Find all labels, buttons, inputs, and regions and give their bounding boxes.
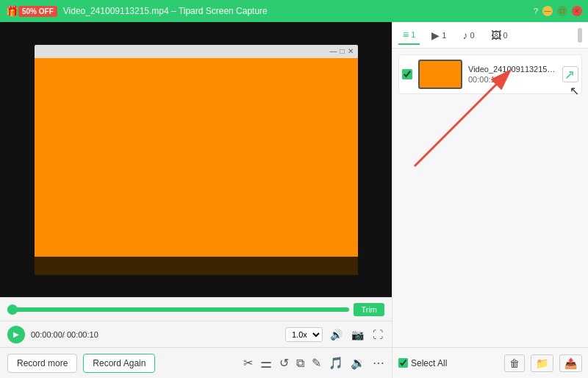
media-checkbox[interactable] — [402, 69, 412, 79]
snapshot-button[interactable]: 📷 — [350, 327, 365, 342]
close-button[interactable]: ✕ — [572, 6, 582, 16]
trim-bar: Trim — [0, 297, 392, 321]
select-all-checkbox[interactable] — [398, 358, 408, 368]
bottom-tools: ✂ ⚌ ↺ ⧉ ✎ 🎵 🔉 ⋯ — [243, 355, 384, 371]
media-list: Video_241009113215.mp4 00:00:10 — [392, 49, 588, 347]
scrollbar[interactable] — [578, 28, 582, 43]
equalizer-icon[interactable]: ⚌ — [260, 355, 272, 371]
main-container: — □ ✕ Trim ▶ — [0, 22, 588, 378]
tab-play-icon: ▶ — [431, 29, 440, 41]
speed-select[interactable]: 1.0x — [285, 327, 323, 342]
right-bottom-bar: Select All 🗑 📁 📤 — [392, 347, 588, 378]
copy-icon[interactable]: ⧉ — [296, 357, 304, 370]
title-bar: 🎁 50% OFF Video_241009113215.mp4 – Tipar… — [0, 0, 588, 22]
rotate-icon[interactable]: ↺ — [279, 356, 289, 370]
promo-badge[interactable]: 50% OFF — [18, 6, 57, 17]
tab-audio-count: 0 — [470, 31, 474, 40]
media-info: Video_241009113215.mp4 00:00:10 — [468, 65, 556, 84]
controls-area: Trim ▶ 00:00:00/ 00:00:10 1.0x 🔊 📷 ⛶ Rec… — [0, 297, 392, 378]
tab-audio[interactable]: ♪ 0 — [458, 26, 478, 44]
export-icon — [565, 69, 576, 79]
tab-image[interactable]: 🖼 0 — [487, 26, 512, 44]
tab-image-count: 0 — [503, 31, 508, 40]
action-bar: Record more Record Again ✂ ⚌ ↺ ⧉ ✎ 🎵 🔉 ⋯ — [0, 347, 392, 378]
media-thumbnail — [418, 60, 462, 89]
title-bar-text: Video_241009113215.mp4 – Tipard Screen C… — [63, 6, 534, 16]
media-item: Video_241009113215.mp4 00:00:10 — [398, 54, 582, 94]
video-bottom-bar — [35, 257, 358, 275]
minimize-button[interactable]: — — [542, 6, 553, 16]
tab-video-icon: ≡ — [403, 29, 409, 40]
right-panel: ≡ 1 ▶ 1 ♪ 0 🖼 0 Vide — [392, 22, 588, 378]
left-panel: — □ ✕ Trim ▶ — [0, 22, 392, 378]
trim-handle-left[interactable] — [7, 304, 18, 315]
select-all-label[interactable]: Select All — [398, 358, 447, 368]
tab-bar: ≡ 1 ▶ 1 ♪ 0 🖼 0 — [392, 22, 588, 49]
trim-button[interactable]: Trim — [354, 303, 384, 316]
trim-fill — [7, 307, 349, 312]
trim-slider[interactable] — [7, 307, 349, 312]
playback-controls: ▶ 00:00:00/ 00:00:10 1.0x 🔊 📷 ⛶ — [0, 321, 392, 347]
gift-icon: 🎁 — [6, 5, 18, 17]
scissors-icon[interactable]: ✂ — [243, 356, 253, 370]
video-area: — □ ✕ — [0, 22, 392, 297]
volume-button[interactable]: 🔊 — [329, 327, 344, 342]
tab-image-icon: 🖼 — [491, 29, 501, 41]
edit-icon[interactable]: ✎ — [312, 356, 321, 370]
tab-play-count: 1 — [442, 31, 446, 40]
tab-play[interactable]: ▶ 1 — [427, 26, 451, 44]
folder-button[interactable]: 📁 — [531, 354, 553, 372]
time-display: 00:00:00/ 00:00:10 — [31, 330, 98, 339]
export-all-button[interactable]: 📤 — [559, 354, 582, 372]
video-frame — [35, 58, 358, 257]
fullscreen-button[interactable]: ⛶ — [371, 327, 384, 342]
maximize-button[interactable]: □ — [557, 6, 567, 16]
select-all-text: Select All — [411, 358, 447, 368]
play-button[interactable]: ▶ — [7, 326, 25, 343]
question-icon[interactable]: ? — [534, 7, 538, 15]
tab-audio-icon: ♪ — [462, 29, 467, 41]
record-again-button[interactable]: Record Again — [83, 354, 155, 373]
media-name: Video_241009113215.mp4 — [468, 65, 556, 74]
tab-video-count: 1 — [411, 30, 415, 39]
volume-tool-icon[interactable]: 🔉 — [351, 356, 365, 370]
tab-video[interactable]: ≡ 1 — [398, 26, 420, 45]
record-more-button[interactable]: Record more — [7, 354, 77, 373]
audio-icon[interactable]: 🎵 — [329, 356, 343, 370]
delete-button[interactable]: 🗑 — [504, 354, 525, 372]
media-export-button[interactable] — [562, 66, 578, 82]
window-controls: ? — □ ✕ — [534, 6, 582, 16]
media-duration: 00:00:10 — [468, 75, 556, 84]
right-bottom-actions: 🗑 📁 📤 — [504, 354, 582, 372]
more-icon[interactable]: ⋯ — [373, 356, 384, 370]
video-player — [35, 58, 358, 275]
